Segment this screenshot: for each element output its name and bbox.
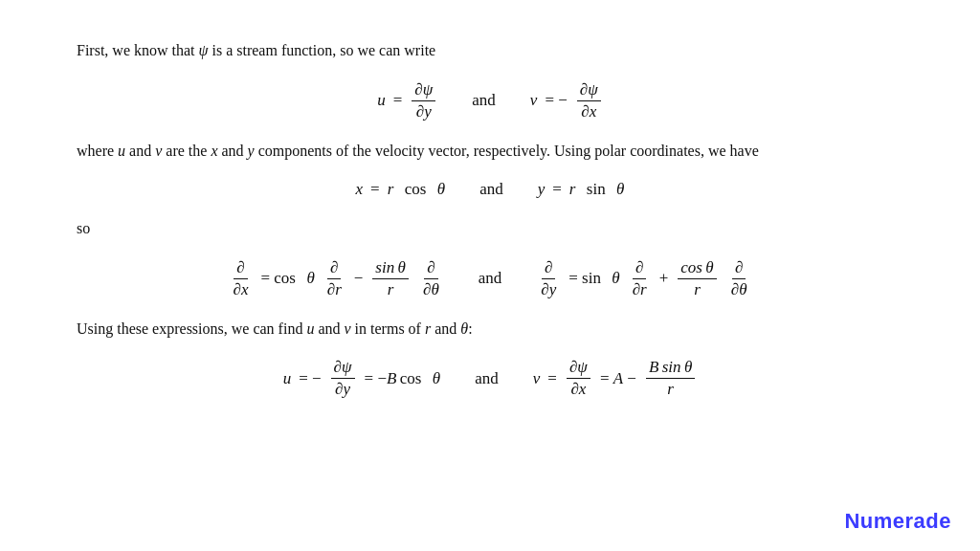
so-label: so xyxy=(77,216,903,241)
equation-2: x = r cos θ and y = r sin θ xyxy=(77,180,903,199)
psi-italic: ψ xyxy=(199,42,209,58)
equation-1: u = ∂ψ ∂y and v = − ∂ψ ∂x xyxy=(77,80,903,121)
equation-4: u = − ∂ψ ∂y = −B cos θ and v = ∂ψ ∂x = A… xyxy=(77,358,903,399)
numerade-logo: Numerade xyxy=(844,509,951,534)
equation-3: ∂ ∂x = cos θ ∂ ∂r − sin θ r ∂ ∂θ and ∂ xyxy=(77,258,903,299)
intro-paragraph: First, we know that ψ is a stream functi… xyxy=(77,38,903,63)
intro-text2: is a stream function, so we can write xyxy=(208,42,435,58)
using-paragraph: Using these expressions, we can find u a… xyxy=(77,317,903,342)
intro-text: First, we know that xyxy=(77,42,199,58)
where-paragraph: where u and v are the x and y components… xyxy=(77,139,903,164)
